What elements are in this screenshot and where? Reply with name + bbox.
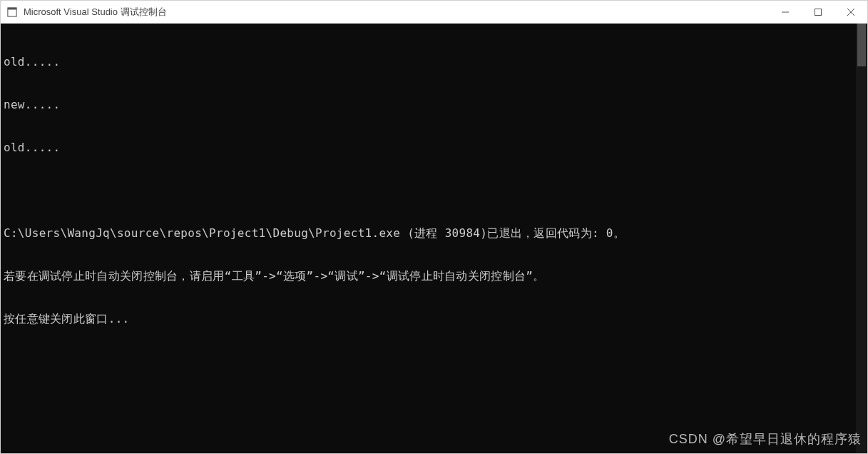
svg-rect-3	[815, 9, 822, 15]
console-area[interactable]: old..... new..... old..... C:\Users\Wang…	[1, 24, 867, 453]
window-controls	[769, 1, 867, 23]
close-button[interactable]	[834, 1, 867, 23]
console-line: old.....	[4, 55, 856, 69]
window-title: Microsoft Visual Studio 调试控制台	[24, 6, 769, 19]
titlebar[interactable]: Microsoft Visual Studio 调试控制台	[1, 1, 867, 24]
console-line: C:\Users\WangJq\source\repos\Project1\De…	[4, 226, 856, 241]
scrollbar-track[interactable]	[856, 24, 867, 453]
console-line	[4, 183, 856, 198]
application-window: Microsoft Visual Studio 调试控制台 old	[0, 0, 868, 454]
scrollbar-thumb[interactable]	[857, 24, 866, 66]
app-icon	[6, 6, 18, 18]
console-line: 按任意键关闭此窗口...	[4, 312, 856, 326]
console-output: old..... new..... old..... C:\Users\Wang…	[1, 24, 856, 453]
console-line: new.....	[4, 98, 856, 112]
svg-rect-1	[8, 7, 16, 9]
watermark: CSDN @希望早日退休的程序猿	[669, 430, 862, 448]
console-line: old.....	[4, 141, 856, 155]
maximize-button[interactable]	[802, 1, 834, 23]
console-line: 若要在调试停止时自动关闭控制台，请启用“工具”->“选项”->“调试”->“调试…	[4, 269, 856, 283]
minimize-button[interactable]	[769, 1, 802, 23]
